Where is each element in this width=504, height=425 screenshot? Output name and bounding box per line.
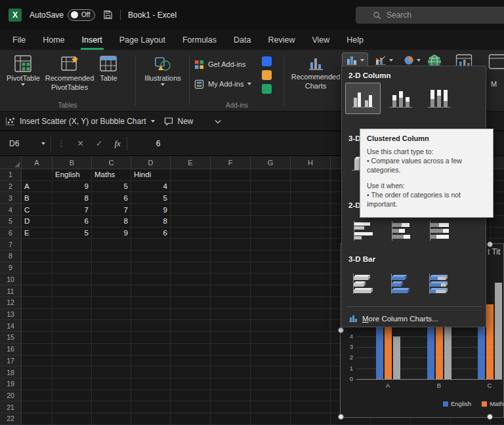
cell-D6[interactable]: 6 <box>131 228 171 239</box>
cell-H14[interactable] <box>291 320 331 332</box>
cell-A20[interactable] <box>22 390 52 402</box>
cell-G12[interactable] <box>251 297 291 309</box>
cell-A2[interactable]: A <box>22 181 52 193</box>
row-header-11[interactable]: 11 <box>0 285 22 297</box>
cell-D5[interactable]: 8 <box>131 216 171 228</box>
cell-A14[interactable] <box>22 320 52 332</box>
cell-A18[interactable] <box>22 367 52 378</box>
cell-E2[interactable] <box>171 181 211 193</box>
legend-item-maths[interactable]: Maths <box>482 400 504 407</box>
cell-C8[interactable] <box>92 251 131 262</box>
cell-E21[interactable] <box>171 401 211 413</box>
cell-F8[interactable] <box>211 251 251 262</box>
cell-D20[interactable] <box>131 390 171 402</box>
cell-H4[interactable] <box>291 204 331 216</box>
insert-scatter-chart-button[interactable]: Insert Scatter (X, Y) or Bubble Chart <box>5 117 155 126</box>
cell-C17[interactable] <box>92 355 131 367</box>
autosave-control[interactable]: AutoSave Off <box>30 9 95 21</box>
row-header-22[interactable]: 22 <box>0 413 22 425</box>
cell-E17[interactable] <box>171 355 211 367</box>
cell-B1[interactable]: English <box>52 169 92 181</box>
cell-D12[interactable] <box>131 297 171 309</box>
recommended-charts-button[interactable]: Recommended Charts <box>287 52 344 90</box>
cell-F6[interactable] <box>211 228 251 239</box>
cell-D11[interactable] <box>131 285 171 297</box>
cell-G13[interactable] <box>251 309 291 321</box>
cancel-button[interactable]: ✕ <box>77 138 84 148</box>
cell-A16[interactable] <box>22 344 52 355</box>
cell-B20[interactable] <box>52 390 92 402</box>
cell-F10[interactable] <box>211 273 251 285</box>
cell-D7[interactable] <box>131 239 171 251</box>
chart-resize-handle-top[interactable] <box>487 241 493 247</box>
chart-type-stacked-column[interactable] <box>384 83 418 113</box>
cell-B22[interactable] <box>52 413 92 425</box>
cell-H17[interactable] <box>291 355 331 367</box>
cell-G14[interactable] <box>251 320 291 332</box>
cell-C19[interactable] <box>92 378 131 390</box>
row-header-3[interactable]: 3 <box>0 192 22 204</box>
cell-B2[interactable]: 9 <box>52 181 92 193</box>
cell-C1[interactable]: Maths <box>92 169 131 181</box>
cell-D19[interactable] <box>131 378 171 390</box>
column-header-A[interactable]: A <box>22 156 52 169</box>
cell-G2[interactable] <box>251 181 291 193</box>
chart-type-3d-clustered-bar[interactable] <box>346 268 380 298</box>
cell-H15[interactable] <box>291 332 331 344</box>
cell-E16[interactable] <box>171 344 211 355</box>
row-header-15[interactable]: 15 <box>0 332 22 344</box>
cell-G11[interactable] <box>251 285 291 297</box>
cell-H5[interactable] <box>291 216 331 228</box>
cell-F7[interactable] <box>211 239 251 251</box>
cell-A21[interactable] <box>22 401 52 413</box>
cell-C16[interactable] <box>92 344 131 355</box>
row-header-6[interactable]: 6 <box>0 228 22 239</box>
cell-H20[interactable] <box>291 390 331 402</box>
cell-B13[interactable] <box>52 309 92 321</box>
cell-D22[interactable] <box>131 413 171 425</box>
qat-customize-button[interactable] <box>215 117 221 126</box>
save-button[interactable] <box>103 10 113 20</box>
cell-G10[interactable] <box>251 273 291 285</box>
cell-B14[interactable] <box>52 320 92 332</box>
cell-H19[interactable] <box>291 378 331 390</box>
table-button[interactable]: Table <box>96 52 120 82</box>
row-header-21[interactable]: 21 <box>0 401 22 413</box>
cell-B15[interactable] <box>52 332 92 344</box>
cell-B6[interactable]: 5 <box>52 228 92 239</box>
cell-H11[interactable] <box>291 285 331 297</box>
cell-C3[interactable]: 6 <box>92 192 131 204</box>
formula-input[interactable]: 6 <box>156 139 161 148</box>
row-header-4[interactable]: 4 <box>0 204 22 216</box>
cell-D4[interactable]: 9 <box>131 204 171 216</box>
my-add-ins-button[interactable]: My Add-ins <box>193 77 253 91</box>
cell-F2[interactable] <box>211 181 251 193</box>
cell-F13[interactable] <box>211 309 251 321</box>
addin-app-icon-green[interactable] <box>262 84 272 94</box>
cell-C12[interactable] <box>92 297 131 309</box>
cell-A10[interactable] <box>22 273 52 285</box>
column-header-D[interactable]: D <box>131 156 171 169</box>
new-comment-button[interactable]: New <box>164 117 194 126</box>
cell-E18[interactable] <box>171 367 211 378</box>
cell-C20[interactable] <box>92 390 131 402</box>
cell-D17[interactable] <box>131 355 171 367</box>
cell-B10[interactable] <box>52 273 92 285</box>
column-header-C[interactable]: C <box>92 156 131 169</box>
cell-G9[interactable] <box>251 262 291 274</box>
cell-C21[interactable] <box>92 401 131 413</box>
row-header-5[interactable]: 5 <box>0 216 22 228</box>
cell-G3[interactable] <box>251 192 291 204</box>
cell-C4[interactable]: 7 <box>92 204 131 216</box>
cell-A11[interactable] <box>22 285 52 297</box>
cell-B16[interactable] <box>52 344 92 355</box>
cell-A15[interactable] <box>22 332 52 344</box>
row-header-8[interactable]: 8 <box>0 251 22 262</box>
cell-B17[interactable] <box>52 355 92 367</box>
cell-F21[interactable] <box>211 401 251 413</box>
cell-H13[interactable] <box>291 309 331 321</box>
column-header-H[interactable]: H <box>291 156 331 169</box>
cell-D14[interactable] <box>131 320 171 332</box>
chart-bar-maths-A[interactable] <box>385 326 392 380</box>
row-header-10[interactable]: 10 <box>0 273 22 285</box>
